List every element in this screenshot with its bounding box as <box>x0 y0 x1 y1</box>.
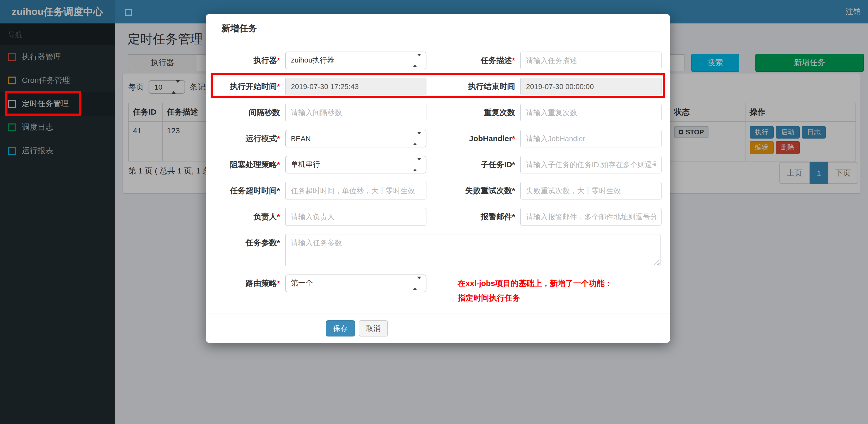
modal-footer: 保存取消 <box>206 314 670 336</box>
timeout-label: 任务超时时间* <box>206 182 285 199</box>
jobhandler-input[interactable] <box>520 130 661 148</box>
modal-body: 执行器* zuihou执行器 任务描述* 执行开始时间* 执行结束时间 间隔秒数 <box>206 43 670 336</box>
chevron-updown-icon <box>413 56 421 65</box>
executor-select-value: zuihou执行器 <box>291 56 334 65</box>
retry-count-label: 失败重试次数* <box>427 182 520 199</box>
chevron-updown-icon <box>413 134 421 143</box>
executor-select[interactable]: zuihou执行器 <box>285 52 427 69</box>
feature-note-text: 在xxl-jobs项目的基础上，新增了一个功能： 指定时间执行任务 <box>458 274 612 305</box>
end-time-label: 执行结束时间 <box>427 77 520 95</box>
child-task-id-input[interactable] <box>520 156 661 173</box>
timeout-input[interactable] <box>285 182 427 199</box>
form-row: 运行模式* BEAN JobHandler* <box>206 130 670 148</box>
feature-note-line1: 在xxl-jobs项目的基础上，新增了一个功能： <box>458 276 612 291</box>
run-mode-label: 运行模式* <box>206 130 285 148</box>
route-strategy-select[interactable]: 第一个 <box>285 274 427 292</box>
form-row: 间隔秒数 重复次数 <box>206 104 670 121</box>
form-row-route: 路由策略* 第一个 在xxl-jobs项目的基础上，新增了一个功能： 指定时间执… <box>206 274 670 305</box>
interval-seconds-label: 间隔秒数 <box>206 104 285 121</box>
app-window: zuihou任务调度中心 注销 导航 执行器管理 Cron任务管理 定时任务管理… <box>0 0 868 424</box>
owner-input[interactable] <box>285 208 427 226</box>
block-strategy-select[interactable]: 单机串行 <box>285 156 427 173</box>
jobhandler-label: JobHandler* <box>427 130 520 148</box>
repeat-count-input[interactable] <box>520 104 661 121</box>
route-strategy-label: 路由策略* <box>206 274 285 292</box>
required-mark: * <box>277 134 280 143</box>
required-mark: * <box>277 212 280 221</box>
task-desc-input[interactable] <box>520 52 661 69</box>
executor-label: 执行器* <box>206 52 285 69</box>
required-mark: * <box>277 160 280 169</box>
start-time-label: 执行开始时间* <box>206 77 285 95</box>
required-mark: * <box>277 56 280 65</box>
form-row: 执行器* zuihou执行器 任务描述* <box>206 52 670 69</box>
form-row-task-params: 任务参数* <box>206 234 670 266</box>
retry-count-input[interactable] <box>520 182 661 199</box>
modal-header: 新增任务 <box>206 14 670 43</box>
end-time-input[interactable] <box>520 77 661 95</box>
form-row-dates: 执行开始时间* 执行结束时间 <box>206 77 670 95</box>
save-button[interactable]: 保存 <box>326 320 355 336</box>
child-task-id-label: 子任务ID* <box>427 156 520 173</box>
start-time-input[interactable] <box>285 77 427 95</box>
chevron-updown-icon <box>413 279 421 288</box>
task-desc-label: 任务描述* <box>427 52 520 69</box>
block-strategy-label: 阻塞处理策略* <box>206 156 285 173</box>
run-mode-select[interactable]: BEAN <box>285 130 427 148</box>
form-row: 负责人* 报警邮件* <box>206 208 670 226</box>
run-mode-select-value: BEAN <box>291 134 311 143</box>
form-row: 任务超时时间* 失败重试次数* <box>206 182 670 199</box>
add-task-modal: 新增任务 执行器* zuihou执行器 任务描述* 执行开始时间* 执行结束时间 <box>206 14 670 343</box>
cancel-button[interactable]: 取消 <box>359 320 388 336</box>
route-strategy-select-value: 第一个 <box>291 279 313 288</box>
repeat-count-label: 重复次数 <box>427 104 520 121</box>
modal-title: 新增任务 <box>222 23 257 34</box>
feature-note-line2: 指定时间执行任务 <box>458 291 612 305</box>
interval-seconds-input[interactable] <box>285 104 427 121</box>
chevron-updown-icon <box>413 160 421 169</box>
required-mark: * <box>277 279 280 288</box>
owner-label: 负责人* <box>206 208 285 226</box>
required-mark: * <box>277 82 280 91</box>
task-params-textarea[interactable] <box>285 234 660 266</box>
form-row: 阻塞处理策略* 单机串行 子任务ID* <box>206 156 670 173</box>
block-strategy-select-value: 单机串行 <box>291 160 320 169</box>
required-mark: * <box>512 134 515 143</box>
alarm-email-input[interactable] <box>520 208 661 226</box>
required-mark: * <box>512 56 515 65</box>
task-params-label: 任务参数* <box>206 234 285 252</box>
alarm-email-label: 报警邮件* <box>427 208 520 226</box>
